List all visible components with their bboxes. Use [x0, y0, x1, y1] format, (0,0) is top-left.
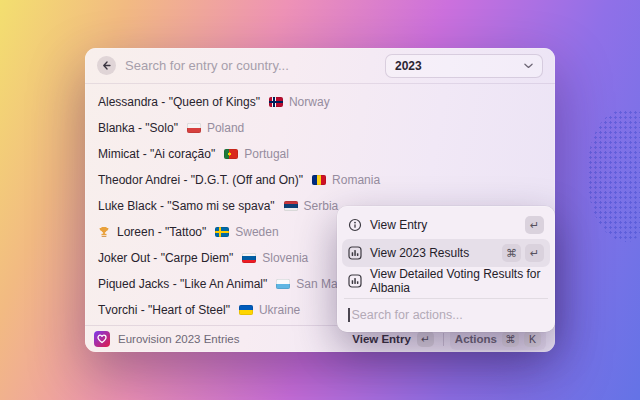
view-entry-label: View Entry [352, 333, 411, 345]
entry-title: Blanka - "Solo" [98, 121, 178, 135]
action-item-view-voting-results[interactable]: View Detailed Voting Results for Albania [342, 267, 550, 295]
entry-country: Norway [289, 95, 330, 109]
flag-icon [269, 97, 283, 107]
cmd-keycap: ⌘ [502, 244, 521, 262]
actions-panel: View Entry ↵ View 2023 Results ⌘ ↵ View … [337, 206, 555, 332]
return-keycap: ↵ [525, 244, 544, 262]
action-label: View 2023 Results [370, 246, 469, 260]
flag-icon [312, 175, 326, 185]
actions-search-placeholder: Search for actions... [352, 308, 463, 322]
list-item[interactable]: Theodor Andrei - "D.G.T. (Off and On)" R… [85, 167, 555, 193]
entry-country: Slovenia [262, 251, 308, 265]
cmd-keycap: ⌘ [502, 331, 519, 347]
entry-title: Mimicat - "Ai coração" [98, 147, 215, 161]
dot-pattern-decoration [588, 110, 640, 242]
actions-search-input[interactable]: Search for actions... [342, 302, 550, 327]
k-keycap: K [524, 331, 541, 347]
list-item[interactable]: Alessandra - "Queen of Kings" Norway [85, 89, 555, 115]
entry-country: Sweden [235, 225, 278, 239]
chevron-down-icon [524, 63, 533, 69]
entry-title: Piqued Jacks - "Like An Animal" [98, 277, 267, 291]
entry-country: Romania [332, 173, 380, 187]
entry-country: Portugal [244, 147, 289, 161]
bar-chart-icon [348, 246, 362, 260]
action-shortcut: ⌘ ↵ [502, 244, 544, 262]
entry-title: Joker Out - "Carpe Diem" [98, 251, 233, 265]
info-icon [348, 218, 362, 232]
entry-title: Loreen - "Tattoo" [117, 225, 206, 239]
entry-title: Alessandra - "Queen of Kings" [98, 95, 260, 109]
view-entry-button[interactable]: View Entry ↵ [349, 329, 437, 349]
eurovision-logo-icon [94, 331, 110, 347]
list-item[interactable]: Mimicat - "Ai coração" Portugal [85, 141, 555, 167]
list-item[interactable]: Blanka - "Solo" Poland [85, 115, 555, 141]
flag-icon [276, 279, 290, 289]
back-button[interactable] [97, 56, 116, 75]
search-bar: 2023 [85, 48, 555, 84]
entry-country: Poland [207, 121, 244, 135]
flag-icon [215, 227, 229, 237]
entry-title: Luke Black - "Samo mi se spava" [98, 199, 275, 213]
year-dropdown[interactable]: 2023 [385, 54, 543, 78]
entry-title: Theodor Andrei - "D.G.T. (Off and On)" [98, 173, 303, 187]
bar-chart-icon [348, 274, 362, 288]
action-item-view-entry[interactable]: View Entry ↵ [342, 211, 550, 239]
search-input[interactable] [125, 58, 376, 73]
action-label: View Entry [370, 218, 427, 232]
flag-icon [284, 201, 298, 211]
entry-country: Ukraine [259, 303, 300, 317]
year-dropdown-value: 2023 [395, 59, 422, 73]
action-label: View Detailed Voting Results for Albania [370, 267, 544, 295]
panel-divider [344, 298, 548, 299]
flag-icon [224, 149, 238, 159]
text-caret [348, 308, 350, 322]
action-shortcut: ↵ [525, 216, 544, 234]
actions-label: Actions [455, 333, 497, 345]
back-arrow-icon [101, 60, 112, 71]
flag-icon [242, 253, 256, 263]
flag-icon [239, 305, 253, 315]
app-title: Eurovision 2023 Entries [118, 333, 239, 345]
return-keycap: ↵ [417, 331, 434, 347]
flag-icon [187, 123, 201, 133]
entry-country: Serbia [304, 199, 339, 213]
return-keycap: ↵ [525, 216, 544, 234]
footer-separator [443, 333, 444, 346]
action-item-view-results[interactable]: View 2023 Results ⌘ ↵ [342, 239, 550, 267]
entry-title: Tvorchi - "Heart of Steel" [98, 303, 230, 317]
trophy-icon [98, 226, 110, 238]
desktop-background: 2023 Alessandra - "Queen of Kings" Norwa… [0, 0, 640, 400]
